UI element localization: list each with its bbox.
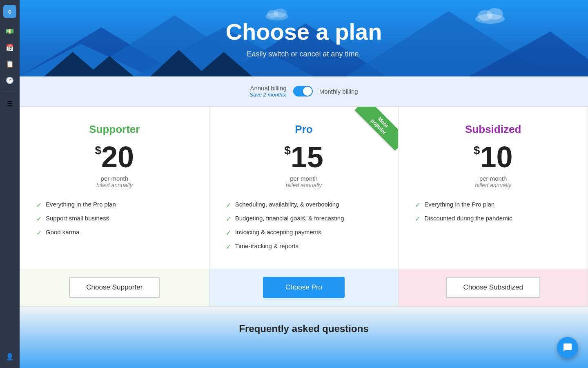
sidebar-item-billing[interactable]: 💵: [3, 25, 16, 38]
plan-name-supporter: Supporter: [36, 123, 193, 136]
faq-title: Frequently asked questions: [36, 323, 572, 334]
hero-section: Choose a plan Easily switch or cancel at…: [20, 0, 588, 76]
check-icon: ✓: [415, 201, 420, 209]
faq-section: Frequently asked questions: [20, 307, 588, 368]
price-billed-pro: billed annually: [226, 182, 382, 188]
sidebar: c 💵 📅 📋 🕐 ☰ 👤: [0, 0, 20, 368]
feature-item: ✓Everything in the Pro plan: [415, 201, 571, 209]
check-icon: ✓: [36, 201, 42, 209]
feature-item: ✓Scheduling, availability, & overbooking: [226, 201, 382, 209]
sidebar-item-menu[interactable]: ☰: [3, 97, 16, 110]
check-icon: ✓: [226, 201, 231, 209]
plan-card-supporter: Supporter $20 per month billed annually …: [20, 107, 209, 306]
feature-item: ✓Discounted during the pandemic: [415, 215, 571, 223]
price-dollar-supporter: $: [95, 144, 102, 157]
price-amount-subsidized: 10: [480, 141, 512, 173]
choose-supporter-button[interactable]: Choose Supporter: [69, 277, 160, 298]
check-icon: ✓: [36, 215, 42, 223]
plan-features-subsidized: ✓Everything in the Pro plan ✓Discounted …: [415, 201, 571, 223]
plan-body-subsidized: Subsidized $10 per month billed annually…: [399, 107, 588, 269]
plan-card-subsidized: Subsidized $10 per month billed annually…: [399, 107, 588, 306]
sidebar-logo[interactable]: c: [3, 5, 16, 18]
billing-toggle[interactable]: [293, 86, 313, 96]
plan-features-pro: ✓Scheduling, availability, & overbooking…: [226, 201, 382, 251]
plan-body-supporter: Supporter $20 per month billed annually …: [20, 107, 209, 269]
plan-footer-pro: Choose Pro: [209, 269, 399, 306]
plans-container: Supporter $20 per month billed annually …: [20, 106, 588, 307]
sidebar-item-profile[interactable]: 👤: [3, 350, 16, 363]
plan-name-pro: Pro: [226, 123, 382, 136]
plan-body-pro: Pro $15 per month billed annually ✓Sched…: [209, 107, 399, 269]
main-content: Choose a plan Easily switch or cancel at…: [20, 0, 588, 368]
check-icon: ✓: [415, 215, 420, 223]
choose-pro-button[interactable]: Choose Pro: [263, 277, 345, 298]
svg-point-5: [487, 8, 503, 20]
plan-price-pro: $15: [226, 142, 382, 172]
check-icon: ✓: [226, 243, 231, 251]
save-label: Save 2 months!: [249, 92, 286, 98]
chat-button[interactable]: [557, 337, 578, 358]
page-title: Choose a plan: [226, 18, 382, 45]
choose-subsidized-button[interactable]: Choose Subsidized: [446, 277, 540, 298]
feature-item: ✓Invoicing & accepting payments: [226, 229, 382, 237]
price-dollar-subsidized: $: [474, 144, 480, 157]
sidebar-item-tasks[interactable]: 📋: [3, 57, 16, 70]
price-amount-supporter: 20: [101, 141, 134, 173]
check-icon: ✓: [226, 229, 231, 237]
monthly-billing-label: Monthly billing: [319, 88, 358, 95]
price-period-subsidized: per month: [415, 175, 571, 182]
plan-footer-supporter: Choose Supporter: [20, 269, 209, 306]
sidebar-divider: [2, 92, 18, 92]
sidebar-item-time[interactable]: 🕐: [3, 74, 16, 87]
sidebar-item-calendar[interactable]: 📅: [3, 41, 16, 54]
plan-name-subsidized: Subsidized: [415, 123, 571, 136]
check-icon: ✓: [226, 215, 231, 223]
cloud-decoration-2: [474, 7, 506, 24]
chat-icon: [563, 343, 572, 352]
feature-item: ✓Support small business: [36, 215, 193, 223]
price-period-pro: per month: [226, 175, 382, 182]
billing-toggle-bar: Annual billing Save 2 months! Monthly bi…: [20, 76, 588, 106]
plan-price-supporter: $20: [36, 142, 193, 172]
toggle-knob: [303, 87, 312, 96]
plan-price-subsidized: $10: [415, 142, 571, 172]
annual-billing-label: Annual billing Save 2 months!: [249, 85, 286, 98]
feature-item: ✓Budgeting, financial goals, & forecasti…: [226, 215, 382, 223]
price-dollar-pro: $: [284, 144, 291, 157]
feature-item: ✓Time-tracking & reports: [226, 242, 382, 251]
price-billed-subsidized: billed annually: [415, 182, 571, 188]
svg-point-2: [274, 9, 287, 18]
hero-subtitle: Easily switch or cancel at any time.: [247, 50, 361, 58]
feature-item: ✓Good karma: [36, 229, 193, 237]
sidebar-bottom: 👤: [3, 350, 16, 363]
price-period-supporter: per month: [36, 175, 193, 182]
price-amount-pro: 15: [291, 141, 323, 173]
plan-footer-subsidized: Choose Subsidized: [399, 269, 588, 306]
check-icon: ✓: [36, 229, 42, 237]
plan-card-pro: Most popular Pro $15 per month billed an…: [209, 107, 399, 306]
plan-features-supporter: ✓Everything in the Pro plan ✓Support sma…: [36, 201, 193, 237]
price-billed-supporter: billed annually: [36, 182, 193, 188]
feature-item: ✓Everything in the Pro plan: [36, 201, 193, 209]
